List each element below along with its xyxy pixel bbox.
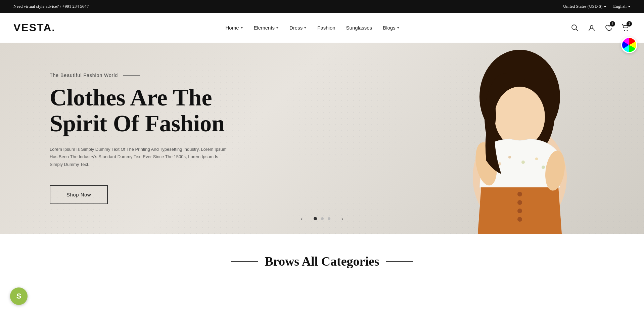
slider-next-button[interactable]: › (337, 214, 347, 224)
hero-title: Clothes Are The Spirit Of Fashion (50, 85, 235, 136)
hero-subtitle-text: The Beautiful Fashion World (50, 73, 118, 78)
main-nav: Home Elements Dress Fashion Sunglasses B… (226, 25, 400, 31)
svg-point-16 (517, 192, 522, 196)
nav-dress[interactable]: Dress (289, 25, 307, 31)
nav-blogs[interactable]: Blogs (383, 25, 400, 31)
slider-dot-3[interactable] (328, 217, 330, 220)
hero-subtitle: The Beautiful Fashion World (50, 73, 235, 78)
search-icon (571, 24, 579, 32)
subtitle-line (123, 75, 140, 76)
shop-now-button[interactable]: Shop Now (50, 185, 108, 204)
hero-description: Lorem Ipsum Is Simply Dummy Text Of The … (50, 146, 231, 168)
wishlist-button[interactable]: 5 (603, 22, 614, 33)
blogs-chevron-icon (397, 27, 400, 29)
language-label: English (613, 4, 627, 9)
categories-section: Brows All Categories (0, 234, 644, 282)
home-chevron-icon (240, 27, 243, 29)
hero-section: The Beautiful Fashion World Clothes Are … (0, 43, 644, 234)
region-label: United States (USD $) (563, 4, 602, 9)
title-line-right (386, 261, 413, 262)
svg-point-18 (517, 209, 522, 213)
categories-title-text: Brows All Categories (265, 254, 379, 269)
wishlist-badge: 5 (610, 21, 615, 27)
svg-point-10 (495, 87, 545, 147)
slider-prev-button[interactable]: ‹ (297, 214, 307, 224)
hero-content: The Beautiful Fashion World Clothes Are … (0, 73, 235, 204)
cart-badge: 1 (627, 21, 632, 27)
region-selector[interactable]: United States (USD $) (563, 4, 606, 9)
svg-point-2 (590, 26, 593, 28)
categories-title: Brows All Categories (0, 254, 644, 269)
language-selector[interactable]: English (613, 4, 631, 9)
nav-home[interactable]: Home (226, 25, 243, 31)
header: VESTA. Home Elements Dress Fashion Sungl… (0, 13, 644, 43)
top-bar: Need virtual style advice? / +991 234 56… (0, 0, 644, 13)
slider-dot-2[interactable] (321, 217, 324, 220)
search-button[interactable] (569, 22, 580, 33)
title-line-left (231, 261, 258, 262)
svg-point-15 (542, 166, 545, 169)
hero-model-image (456, 43, 584, 234)
advisory-message: Need virtual style advice? / +991 234 56… (13, 4, 89, 9)
nav-elements[interactable]: Elements (254, 25, 279, 31)
header-icons: 5 1 (569, 22, 631, 33)
cart-button[interactable]: 1 (620, 22, 631, 33)
logo[interactable]: VESTA. (13, 21, 55, 34)
svg-line-1 (576, 29, 578, 31)
svg-point-19 (517, 217, 522, 222)
slider-controls: ‹ › (297, 214, 347, 224)
svg-point-13 (521, 161, 525, 164)
region-chevron-icon (604, 6, 606, 7)
model-illustration (456, 43, 584, 234)
advisory-text: Need virtual style advice? / +991 234 56… (13, 4, 89, 9)
svg-point-14 (535, 158, 538, 160)
svg-point-4 (627, 30, 628, 31)
nav-sunglasses[interactable]: Sunglasses (346, 25, 372, 31)
language-chevron-icon (628, 6, 631, 7)
svg-point-0 (572, 25, 577, 30)
dress-chevron-icon (304, 27, 307, 29)
svg-point-3 (624, 30, 625, 31)
elements-chevron-icon (276, 27, 279, 29)
account-button[interactable] (586, 22, 597, 33)
color-wheel-button[interactable] (621, 37, 637, 53)
svg-point-12 (508, 156, 511, 159)
user-icon (588, 24, 595, 32)
slider-dot-1[interactable] (314, 217, 317, 220)
slider-dots (314, 217, 330, 220)
svg-point-17 (517, 200, 522, 205)
nav-fashion[interactable]: Fashion (317, 25, 335, 31)
top-bar-right: United States (USD $) English (563, 4, 631, 9)
